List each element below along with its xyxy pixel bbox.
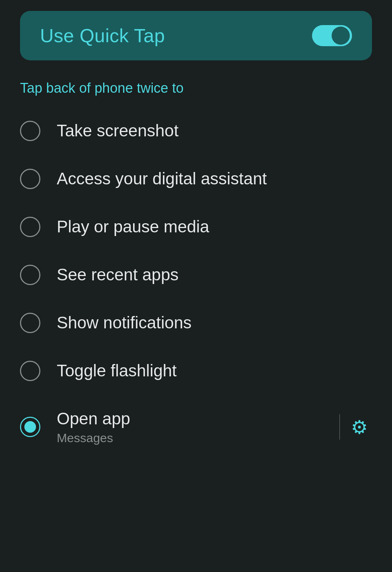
option-label-assistant: Access your digital assistant — [57, 169, 267, 189]
vertical-divider — [339, 414, 340, 440]
radio-list: Take screenshot Access your digital assi… — [20, 107, 372, 459]
list-item[interactable]: Open app Messages ⚙ — [20, 395, 372, 459]
option-label-flashlight: Toggle flashlight — [57, 361, 177, 381]
radio-button-recent[interactable] — [20, 265, 40, 285]
list-item[interactable]: Toggle flashlight — [20, 347, 372, 395]
radio-button-media[interactable] — [20, 217, 40, 237]
option-label-screenshot: Take screenshot — [57, 121, 179, 141]
list-item[interactable]: Take screenshot — [20, 107, 372, 155]
list-item[interactable]: Show notifications — [20, 299, 372, 347]
radio-button-notifications[interactable] — [20, 313, 40, 333]
header-title: Use Quick Tap — [40, 25, 165, 47]
option-label-notifications: Show notifications — [57, 313, 192, 333]
open-app-left: Open app Messages — [20, 409, 328, 445]
list-item[interactable]: Play or pause media — [20, 203, 372, 251]
option-sublabel-openapp: Messages — [57, 431, 130, 445]
gear-icon[interactable]: ⚙ — [351, 416, 372, 437]
radio-button-openapp[interactable] — [20, 417, 40, 437]
header-section: Use Quick Tap — [20, 11, 372, 60]
list-item[interactable]: See recent apps — [20, 251, 372, 299]
list-item[interactable]: Access your digital assistant — [20, 155, 372, 203]
section-label: Tap back of phone twice to — [20, 80, 372, 96]
content-section: Tap back of phone twice to Take screensh… — [0, 60, 392, 459]
quick-tap-toggle[interactable] — [312, 25, 352, 46]
radio-button-assistant[interactable] — [20, 169, 40, 189]
option-label-media: Play or pause media — [57, 217, 209, 237]
radio-button-flashlight[interactable] — [20, 361, 40, 381]
option-label-recent: See recent apps — [57, 265, 179, 285]
option-label-openapp: Open app — [57, 409, 130, 429]
radio-button-screenshot[interactable] — [20, 121, 40, 141]
toggle-thumb — [332, 27, 350, 45]
